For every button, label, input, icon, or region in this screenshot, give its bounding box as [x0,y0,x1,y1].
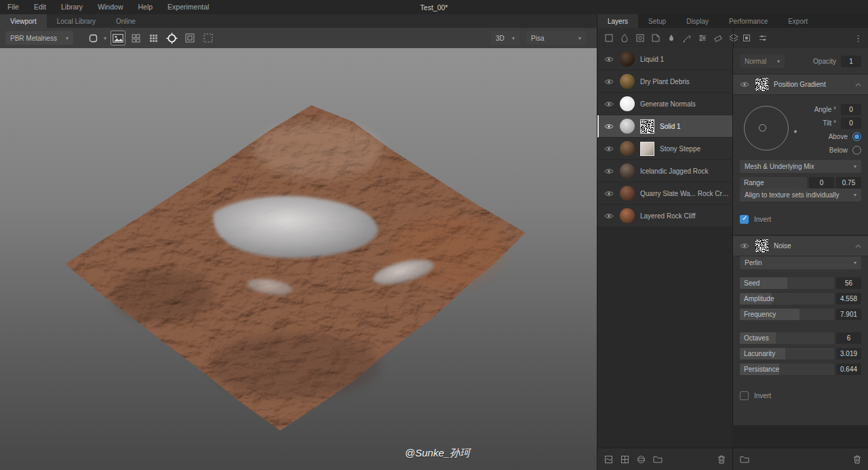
layer-thumbnail [620,141,635,156]
chevron-up-icon[interactable] [855,83,861,87]
tilt-input[interactable]: 0 [841,117,861,129]
menu-item-window[interactable]: Window [90,0,130,14]
sphere-icon[interactable] [637,455,646,464]
tab-display[interactable]: Display [676,14,719,28]
marquee-button[interactable] [201,31,216,45]
model-dropdown[interactable]: Pisa ▾ [526,31,586,45]
layer-row-solid-1[interactable]: Solid 1 [597,115,732,138]
grid-2-button[interactable] [128,31,143,45]
tab-layers[interactable]: Layers [597,14,638,28]
folder-icon[interactable] [740,455,749,463]
channels-icon[interactable] [758,33,768,43]
layer-row-liquid-1[interactable]: Liquid 1 [597,48,732,71]
visibility-toggle-icon[interactable] [604,123,614,130]
visibility-toggle-icon[interactable] [740,243,750,249]
value-persistance[interactable]: 0.644 [836,364,861,375]
shading-mode-dropdown[interactable]: PBR Metalness ▾ [5,31,73,45]
value-frequency[interactable]: 7.901 [836,309,861,320]
layer-row-stony-steppe[interactable]: Stony Steppe [597,138,732,160]
menu-item-experimental[interactable]: Experimental [160,0,216,14]
noise-type-dropdown[interactable]: Perlin ▾ [740,256,861,269]
visibility-toggle-icon[interactable] [740,81,750,87]
slider-persistance[interactable]: Persistance [740,364,834,375]
slider-octaves[interactable]: Octaves [740,332,834,344]
visibility-toggle-icon[interactable] [604,101,614,107]
noise-header[interactable]: Noise [733,235,868,256]
visibility-toggle-icon[interactable] [604,213,614,219]
visibility-toggle-icon[interactable] [604,79,614,85]
above-radio[interactable] [852,132,861,141]
atlas-icon[interactable] [620,455,629,464]
mask-frame-icon[interactable] [742,33,751,43]
delete-layer-icon[interactable] [717,455,726,464]
layer-name: Stony Steppe [660,145,701,153]
view-mode-dropdown[interactable]: 3D ▾ [491,31,519,45]
menu-item-edit[interactable]: Edit [26,0,54,14]
tab-viewport[interactable]: Viewport [0,14,47,28]
range-min-input[interactable]: 0 [809,177,834,189]
mix-mode-dropdown[interactable]: Mesh & Underlying Mix ▾ [740,160,861,173]
layer-row-dry-plant-debris[interactable]: Dry Plant Debris [597,71,732,93]
blend-mode-dropdown[interactable]: Normal ▾ [740,54,785,68]
above-label: Above [829,133,848,140]
position-gradient-header[interactable]: Position Gradient [733,74,868,95]
surface-icon[interactable] [604,455,613,464]
grid-3-button[interactable] [146,31,161,45]
delete-modifier-icon[interactable] [853,455,861,464]
smart-material-icon[interactable] [635,33,645,43]
add-solid-layer-icon[interactable] [604,33,614,43]
below-radio[interactable] [852,146,861,155]
slider-frequency[interactable]: Frequency [740,309,834,320]
angle-input[interactable]: 0 [841,104,861,115]
kebab-menu-icon[interactable]: ⋮ [854,33,863,43]
paint-layer-icon[interactable] [620,33,629,43]
adjustment-icon[interactable] [698,33,707,43]
noise-invert-checkbox[interactable] [740,391,749,400]
tab-performance[interactable]: Performance [719,14,778,28]
value-amplitude[interactable]: 4.558 [836,293,861,305]
range-slider[interactable]: Range [740,177,807,189]
menu-item-library[interactable]: Library [54,0,90,14]
opacity-input[interactable]: 1 [841,56,861,67]
decal-layer-icon[interactable] [651,33,660,43]
dial-ring[interactable] [744,106,789,151]
value-seed[interactable]: 56 [836,277,861,289]
slider-lacunarity[interactable]: Lacunarity [740,348,834,359]
gradient-dial[interactable] [740,103,802,160]
value-lacunarity[interactable]: 3.019 [836,348,861,359]
tab-local-library[interactable]: Local Library [47,14,106,28]
watermark-text: @Sunke_孙珂 [405,447,470,460]
value-octaves[interactable]: 6 [836,332,861,344]
visibility-toggle-icon[interactable] [604,168,614,174]
align-dropdown[interactable]: Align to texture sets individually ▾ [740,189,861,201]
range-max-input[interactable]: 0.75 [836,177,861,189]
slider-amplitude[interactable]: Amplitude [740,293,834,305]
brush-shape-dropdown[interactable]: ▾ [84,31,111,45]
dial-knob[interactable] [759,124,766,132]
frame-view-button[interactable] [182,31,197,45]
folder-icon[interactable] [653,455,663,463]
liquid-layer-icon[interactable] [667,33,676,43]
visibility-toggle-icon[interactable] [604,191,614,197]
focus-button[interactable] [164,31,179,45]
layer-name: Generate Normals [640,100,696,108]
chevron-down-icon: ▾ [508,35,515,41]
visibility-toggle-icon[interactable] [604,146,614,152]
viewport[interactable]: @Sunke_孙珂 [0,48,597,470]
layer-row-quarry-slate-wa-rock-cracked[interactable]: Quarry Slate Wa... Rock Cracked [597,182,732,205]
eraser-icon[interactable] [713,33,723,43]
layer-row-icelandic-jagged-rock[interactable]: Icelandic Jagged Rock [597,160,732,182]
tab-setup[interactable]: Setup [638,14,676,28]
tab-online[interactable]: Online [106,14,146,28]
eyedropper-icon[interactable] [682,33,692,43]
chevron-up-icon[interactable] [855,244,861,248]
invert-checkbox[interactable] [740,215,749,224]
slider-seed[interactable]: Seed [740,277,834,289]
layer-row-generate-normals[interactable]: Generate Normals [597,93,732,115]
layer-row-layered-rock-cliff[interactable]: Layered Rock Cliff [597,205,732,227]
texture-view-button[interactable] [111,31,125,45]
tab-export[interactable]: Export [778,14,818,28]
menu-item-file[interactable]: File [0,0,26,14]
menu-item-help[interactable]: Help [130,0,160,14]
visibility-toggle-icon[interactable] [604,56,614,62]
